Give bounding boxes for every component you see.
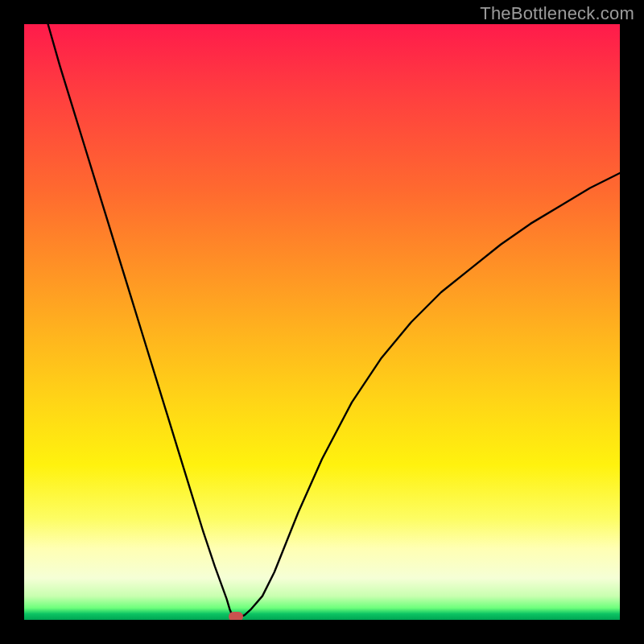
bottleneck-curve bbox=[24, 24, 620, 620]
chart-frame: TheBottleneck.com bbox=[0, 0, 644, 644]
plot-area bbox=[24, 24, 620, 620]
watermark-text: TheBottleneck.com bbox=[480, 3, 634, 24]
optimum-marker bbox=[229, 612, 243, 620]
